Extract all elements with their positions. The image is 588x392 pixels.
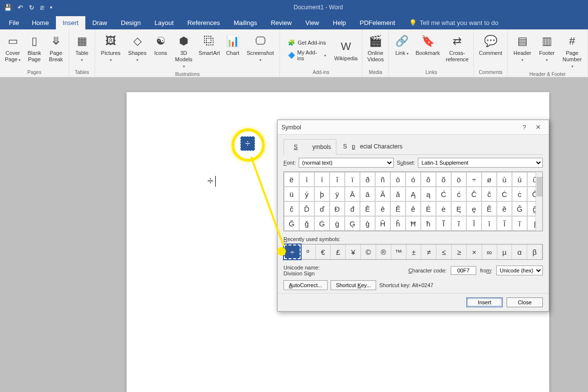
recent-symbol-cell[interactable]: ÷ — [284, 245, 301, 259]
tellme[interactable]: 💡 Tell me what you want to do — [402, 16, 505, 29]
shortcutkey-button[interactable]: Shortcut Key... — [331, 280, 376, 290]
symbol-cell[interactable]: ò — [390, 172, 406, 187]
tab-layout[interactable]: Layout — [148, 16, 180, 29]
recent-symbol-cell[interactable]: ¥ — [346, 245, 361, 259]
symbol-cell[interactable]: Ă — [375, 187, 390, 201]
symbol-cell[interactable]: ö — [451, 172, 466, 187]
symbol-cell[interactable]: ě — [497, 201, 512, 216]
table-button[interactable]: ▦Table — [72, 31, 92, 64]
symbol-cell[interactable]: ğ — [299, 216, 314, 231]
symbol-cell[interactable]: Ħ — [406, 216, 421, 231]
symbol-cell[interactable]: ú — [512, 172, 527, 187]
symbol-cell[interactable]: ā — [360, 187, 375, 201]
pagenumber-button[interactable]: #Page Number — [560, 31, 585, 71]
symbol-cell[interactable]: ċ — [512, 187, 527, 201]
symbol-cell[interactable]: ĕ — [406, 201, 421, 216]
tab-insert[interactable]: Insert — [56, 16, 86, 29]
recent-symbol-cell[interactable]: β — [527, 245, 542, 259]
symbol-cell[interactable]: î — [330, 172, 345, 187]
symbol-cell[interactable]: ē — [375, 201, 390, 216]
symbol-cell[interactable]: ĉ — [482, 187, 497, 201]
crossref-button[interactable]: ⇄Cross- reference — [444, 31, 470, 64]
symbol-cell[interactable]: ĩ — [451, 216, 466, 231]
from-select[interactable]: Unicode (hex) — [496, 266, 543, 275]
help-button[interactable]: ? — [517, 123, 531, 131]
tab-pdfelement[interactable]: PDFelement — [353, 16, 402, 29]
symbol-cell[interactable]: ð — [360, 172, 375, 187]
close-button[interactable]: Close — [507, 297, 543, 307]
grid-scrollbar[interactable] — [536, 172, 542, 231]
symbol-cell[interactable]: ó — [406, 172, 421, 187]
charcode-input[interactable] — [451, 266, 476, 275]
tab-special-characters[interactable]: Special Characters — [338, 139, 407, 154]
symbol-cell[interactable]: ý — [299, 187, 314, 201]
symbol-cell[interactable]: ģ — [360, 216, 375, 231]
recent-symbol-cell[interactable]: ± — [407, 245, 422, 259]
recent-symbol-cell[interactable]: © — [361, 245, 376, 259]
header-button[interactable]: ▤Header — [511, 31, 534, 64]
symbol-cell[interactable]: Ā — [345, 187, 360, 201]
symbol-cell[interactable]: ï — [345, 172, 360, 187]
symbol-cell[interactable]: ü — [284, 187, 299, 201]
symbol-cell[interactable]: Ě — [482, 201, 497, 216]
3dmodels-button[interactable]: ⬢3D Models — [172, 31, 195, 71]
recent-symbol-cell[interactable]: º — [301, 245, 316, 259]
page-break-button[interactable]: ⤋Page Break — [46, 31, 66, 64]
symbol-cell[interactable]: Ć — [436, 187, 451, 201]
recent-symbol-cell[interactable]: € — [316, 245, 331, 259]
save-icon[interactable]: 💾 — [4, 4, 12, 11]
tab-home[interactable]: Home — [25, 16, 56, 29]
tab-design[interactable]: Design — [114, 16, 148, 29]
recent-symbol-cell[interactable]: α — [512, 245, 527, 259]
symbol-cell[interactable]: Ġ — [314, 216, 330, 231]
symbol-cell[interactable]: ĥ — [390, 216, 406, 231]
recent-symbol-cell[interactable]: ∞ — [482, 245, 497, 259]
symbol-cell[interactable]: Ĉ — [466, 187, 482, 201]
symbol-cell[interactable]: ď — [314, 201, 330, 216]
subset-select[interactable]: Latin-1 Supplement — [418, 158, 543, 168]
symbol-cell[interactable]: ø — [482, 172, 497, 187]
icons-button[interactable]: ☯Icons — [152, 31, 170, 57]
tab-symbols[interactable]: Symbols — [283, 139, 336, 155]
symbol-cell[interactable]: Ĥ — [375, 216, 390, 231]
symbol-cell[interactable]: ć — [451, 187, 466, 201]
symbol-cell[interactable]: Ĩ — [436, 216, 451, 231]
symbol-cell[interactable]: Ĭ — [497, 216, 512, 231]
close-icon[interactable]: ✕ — [531, 123, 545, 131]
symbol-cell[interactable]: þ — [314, 187, 330, 201]
recent-symbol-cell[interactable]: µ — [497, 245, 512, 259]
symbol-cell[interactable]: Đ — [330, 201, 345, 216]
symbol-cell[interactable]: č — [284, 201, 299, 216]
symbol-cell[interactable]: ġ — [330, 216, 345, 231]
wikipedia-button[interactable]: WWikipedia — [333, 37, 359, 63]
shapes-button[interactable]: ◇Shapes — [125, 31, 149, 64]
symbol-cell[interactable]: Ģ — [345, 216, 360, 231]
symbol-cell[interactable]: ę — [466, 201, 482, 216]
smartart-button[interactable]: ⿻SmartArt — [197, 31, 221, 57]
tab-view[interactable]: View — [299, 16, 326, 29]
symbol-cell[interactable]: ė — [436, 201, 451, 216]
get-addins-button[interactable]: 🧩Get Add-ins — [285, 38, 329, 48]
recent-symbol-cell[interactable]: ≤ — [436, 245, 452, 259]
touchmode-icon[interactable]: ⎚ — [40, 4, 44, 11]
symbol-cell[interactable]: Ī — [466, 216, 482, 231]
bookmark-button[interactable]: 🔖Bookmark — [413, 31, 442, 57]
symbol-cell[interactable]: Ĕ — [390, 201, 406, 216]
blank-page-button[interactable]: ▯Blank Page — [25, 31, 44, 64]
dialog-titlebar[interactable]: Symbol ? ✕ — [278, 120, 549, 135]
symbol-cell[interactable]: Ď — [299, 201, 314, 216]
recent-symbol-cell[interactable]: ™ — [391, 245, 407, 259]
symbol-cell[interactable]: ħ — [421, 216, 436, 231]
symbol-cell[interactable]: đ — [345, 201, 360, 216]
recent-symbol-cell[interactable]: ≠ — [421, 245, 436, 259]
recent-symbol-cell[interactable]: × — [467, 245, 482, 259]
symbol-cell[interactable]: ī — [482, 216, 497, 231]
symbol-cell[interactable]: ÷ — [466, 172, 482, 187]
insert-button[interactable]: Insert — [466, 297, 503, 307]
recent-symbol-cell[interactable]: ≥ — [452, 245, 467, 259]
tab-help[interactable]: Help — [326, 16, 353, 29]
online-videos-button[interactable]: 🎬Online Videos — [365, 31, 385, 64]
pictures-button[interactable]: 🖼Pictures — [98, 31, 123, 64]
symbol-cell[interactable]: Ė — [421, 201, 436, 216]
recent-symbol-cell[interactable]: ® — [376, 245, 391, 259]
